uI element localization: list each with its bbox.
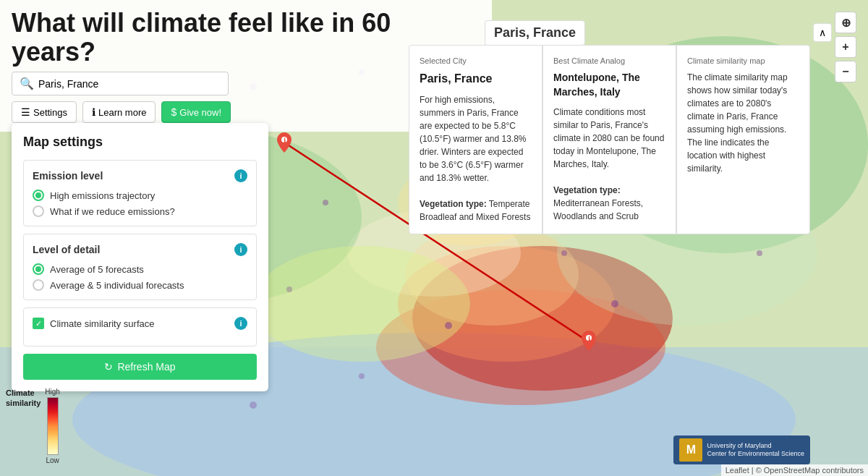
climate-similarity-info-body: The climate similarity map shows how sim… — [687, 71, 799, 175]
collapse-button[interactable]: ∧ — [813, 23, 832, 42]
svg-point-29 — [250, 401, 257, 409]
settings-icon: ☰ — [21, 106, 30, 118]
search-input[interactable] — [38, 78, 221, 90]
selected-city-panel: Selected City Paris, France For high emi… — [409, 45, 542, 234]
level-of-detail-label: Level of detail — [33, 244, 100, 255]
umd-logo-text: University of Maryland Center for Enviro… — [707, 442, 804, 458]
legend-high-label: High — [45, 388, 60, 396]
settings-title: Map settings — [23, 135, 257, 150]
detail-radio-average[interactable] — [33, 263, 44, 275]
svg-point-22 — [757, 250, 762, 256]
zoom-out-button[interactable]: − — [835, 61, 856, 82]
similarity-info-icon[interactable]: i — [234, 317, 247, 330]
selected-city-body: For high emissions, summers in Paris, Fr… — [420, 93, 532, 224]
info-icon: ℹ — [92, 106, 95, 118]
refresh-icon: ↻ — [104, 361, 113, 373]
settings-panel: Map settings Emission level i High emiss… — [12, 123, 268, 391]
legend-bar: High Low — [45, 388, 60, 464]
locate-icon: ⊕ — [841, 16, 851, 30]
emission-radio-high[interactable] — [33, 190, 44, 201]
best-analog-city: Montelupone, The Marches, Italy — [553, 71, 665, 99]
svg-point-25 — [445, 322, 452, 329]
umd-logo: M University of Maryland Center for Envi… — [673, 435, 810, 464]
legend-gradient — [47, 397, 59, 455]
detail-info-icon[interactable]: i — [234, 243, 247, 256]
best-analog-title: Best Climate Analog — [553, 56, 665, 67]
emission-option-high[interactable]: High emissions trajectory — [33, 190, 247, 201]
best-analog-body: Climate conditions most similar to Paris… — [553, 106, 665, 223]
legend-label: Climate similarity — [6, 388, 41, 409]
give-now-button[interactable]: $ Give now! — [161, 101, 231, 123]
svg-point-11 — [253, 246, 470, 362]
svg-point-23 — [611, 300, 618, 307]
paris-pin[interactable]: ℹ — [277, 132, 292, 156]
learn-more-button[interactable]: ℹ Learn more — [82, 101, 156, 123]
detail-option-individual[interactable]: Average & 5 individual forecasts — [33, 279, 247, 291]
detail-radio-group: Average of 5 forecasts Average & 5 indiv… — [33, 263, 247, 291]
refresh-button[interactable]: ↻ Refresh Map — [23, 354, 257, 380]
emission-info-icon[interactable]: i — [234, 169, 247, 182]
selected-city-title: Selected City — [420, 56, 532, 67]
best-analog-panel: Best Climate Analog Montelupone, The Mar… — [542, 45, 676, 234]
city-header-bar: Paris, France — [485, 20, 585, 46]
detail-radio-individual[interactable] — [33, 279, 44, 291]
emission-level-label: Emission level — [33, 170, 103, 182]
zoom-in-button[interactable]: + — [835, 36, 856, 58]
climate-similarity-info-panel: Climate similarity map The climate simil… — [676, 45, 810, 234]
climate-similarity-checkbox-item[interactable]: Climate similarity surface — [33, 318, 154, 329]
climate-similarity-section: Climate similarity surface i — [23, 307, 257, 347]
detail-option-average[interactable]: Average of 5 forecasts — [33, 263, 247, 275]
svg-point-26 — [286, 286, 292, 292]
info-panels: Selected City Paris, France For high emi… — [409, 45, 810, 234]
level-of-detail-section: Level of detail i Average of 5 forecasts… — [23, 234, 257, 300]
emission-level-section: Emission level i High emissions trajecto… — [23, 160, 257, 226]
svg-point-20 — [323, 200, 328, 205]
map-attribution: Leaflet | © OpenStreetMap contributors — [721, 464, 868, 476]
locate-button[interactable]: ⊕ — [835, 12, 856, 33]
search-bar[interactable]: 🔍 — [12, 72, 229, 95]
zoom-out-icon: − — [842, 65, 848, 78]
climate-similarity-checkbox[interactable] — [33, 318, 44, 329]
montelupone-pin[interactable]: ℹ — [582, 331, 596, 354]
settings-button[interactable]: ☰ Settings — [12, 101, 77, 123]
zoom-in-icon: + — [842, 41, 848, 54]
map-controls: ⊕ + − — [835, 12, 856, 82]
svg-point-28 — [359, 373, 365, 379]
svg-point-24 — [561, 250, 567, 256]
climate-legend: Climate similarity High Low — [6, 388, 60, 464]
dollar-icon: $ — [171, 106, 176, 118]
emission-radio-group: High emissions trajectory What if we red… — [33, 190, 247, 217]
legend-low-label: Low — [46, 456, 59, 464]
chevron-up-icon: ∧ — [819, 27, 826, 38]
search-icon: 🔍 — [20, 77, 34, 90]
emission-radio-reduce[interactable] — [33, 205, 44, 217]
climate-similarity-info-title: Climate similarity map — [687, 56, 799, 67]
selected-city-name: Paris, France — [420, 71, 532, 87]
emission-option-reduce[interactable]: What if we reduce emissions? — [33, 205, 247, 217]
